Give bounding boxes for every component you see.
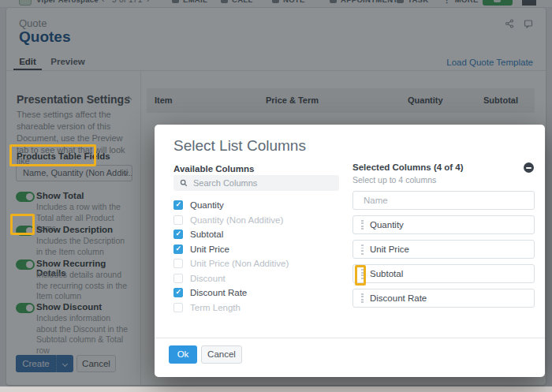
checkbox-row-unit-price-non-additive[interactable]: Unit Price (Non Additive)	[173, 259, 341, 268]
modal-title: Select List Columns	[173, 137, 306, 155]
checkbox-icon[interactable]	[173, 245, 183, 254]
annotation-highlight-subtotal-drag-handle	[355, 265, 366, 286]
checkbox-icon[interactable]	[173, 230, 183, 239]
checkbox-icon[interactable]	[173, 215, 183, 225]
checkbox-row-subtotal[interactable]: Subtotal	[173, 230, 341, 239]
checkbox-icon[interactable]	[173, 274, 183, 283]
annotation-highlight-show-description-toggle	[10, 214, 35, 235]
selected-card-subtotal[interactable]: Subtotal	[352, 264, 535, 283]
checkbox-row-discount-rate[interactable]: Discount Rate	[173, 288, 341, 297]
selected-columns-list: Name Quantity Unit Price Subtotal Discou…	[352, 191, 535, 313]
checkbox-row-term-length[interactable]: Term Length	[173, 303, 341, 312]
ok-button[interactable]: Ok	[169, 345, 197, 364]
select-list-columns-modal: Select List Columns Available Columns Se…	[155, 125, 545, 377]
drag-handle-icon[interactable]	[361, 293, 364, 304]
checkbox-icon[interactable]	[173, 303, 183, 312]
checkbox-icon[interactable]	[173, 200, 183, 210]
selected-card-unit-price[interactable]: Unit Price	[352, 240, 535, 259]
checkbox-row-quantity-non-additive[interactable]: Quantity (Non Additive)	[173, 215, 341, 225]
annotation-highlight-products-table-fields	[9, 144, 96, 166]
selected-columns-heading: Selected Columns (4 of 4)	[352, 162, 464, 172]
drag-handle-icon[interactable]	[361, 245, 364, 255]
selected-columns-subheading: Select up to 4 columns	[352, 175, 436, 185]
checkbox-icon[interactable]	[173, 259, 183, 268]
checkbox-row-unit-price[interactable]: Unit Price	[173, 245, 341, 254]
drag-handle-icon[interactable]	[361, 220, 364, 230]
modal-cancel-button[interactable]: Cancel	[201, 345, 242, 364]
selected-card-quantity[interactable]: Quantity	[352, 215, 535, 234]
search-icon	[180, 179, 188, 187]
selected-card-discount-rate[interactable]: Discount Rate	[352, 289, 535, 308]
available-columns-heading: Available Columns	[173, 164, 254, 174]
checkbox-icon[interactable]	[173, 288, 183, 297]
available-columns-list: Quantity Quantity (Non Additive) Subtota…	[173, 200, 341, 317]
search-input[interactable]: Search Columns	[173, 175, 339, 191]
checkbox-row-quantity[interactable]: Quantity	[173, 200, 341, 210]
remove-all-icon[interactable]	[524, 162, 534, 173]
modal-footer-divider	[155, 338, 545, 338]
selected-card-name: Name	[352, 191, 535, 210]
search-placeholder: Search Columns	[193, 178, 257, 188]
checkbox-row-discount[interactable]: Discount	[173, 274, 341, 283]
